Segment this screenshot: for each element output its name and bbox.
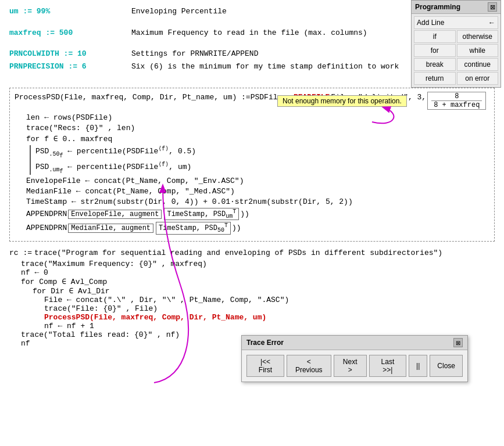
- prncolwidth-label: PRNCOLWIDTH := 10: [9, 48, 131, 60]
- trace-file-line: trace("File: {0}" , File): [9, 304, 495, 313]
- programming-panel-title: Programming: [415, 3, 460, 11]
- prnprecision-desc: Six (6) is the minimum for my time stamp…: [131, 61, 399, 73]
- for-f-line: for f ∈ 0.. maxfreq: [26, 134, 489, 143]
- psdum-line: PSD.umf ← percentile(PSDFile⟨f⟩, um): [35, 161, 489, 175]
- for-dir-line: for Dir ∈ Avl_Dir: [9, 286, 495, 296]
- continue-item[interactable]: continue: [457, 58, 499, 71]
- function-header: ProcessPSD(File, maxfreq, Comp, Dir, Pt_…: [15, 93, 489, 110]
- bracket-block: PSD.50f ← percentile(PSDFile⟨f⟩, 0.5) PS…: [30, 145, 489, 175]
- appendprn1-line: APPENDPRN EnvelopeFile, augment TimeStam…: [26, 208, 489, 220]
- trace-pause-button[interactable]: ||: [409, 355, 427, 377]
- function-block: ProcessPSD(File, maxfreq, Comp, Dir, Pt_…: [9, 88, 495, 242]
- maxfreq-label: maxfreq := 500: [9, 27, 131, 39]
- trace-last-button[interactable]: Last >>|: [369, 355, 406, 377]
- um-code: um := 99%: [9, 7, 50, 16]
- trace-recs-line: trace("Recs: {0}" , len): [26, 124, 489, 132]
- len-line: len ← rows(PSDFile): [26, 113, 489, 122]
- programming-panel-header: Programming ⊠: [412, 1, 501, 14]
- trace-error-dialog: Trace Error ⊠ |<< First < Previous Next …: [241, 335, 468, 382]
- trace-max-line: trace("Maximum Frequency: {0}" , maxfreq…: [9, 260, 495, 268]
- rc-label: rc :=: [9, 247, 32, 259]
- process-call-line: ProcessPSD(File, maxfreq, Comp, Dir, Pt_…: [9, 313, 495, 322]
- for-comp-line: for Comp ∈ Avl_Comp: [9, 277, 495, 286]
- bottom-code: rc := trace("Program for sequential read…: [9, 247, 495, 348]
- um-label: um := 99%: [9, 6, 131, 17]
- otherwise-item[interactable]: otherwise: [457, 30, 499, 43]
- programming-close-button[interactable]: ⊠: [488, 2, 497, 12]
- trace-dialog-close-button[interactable]: ⊠: [453, 338, 463, 347]
- trace-first-button[interactable]: |<< First: [246, 355, 284, 377]
- break-item[interactable]: break: [414, 58, 456, 71]
- prncolwidth-code: PRNCOLWIDTH := 10: [9, 49, 87, 58]
- readfile-box-top: 8: [431, 92, 482, 101]
- return-item[interactable]: return: [414, 72, 456, 85]
- function-body: len ← rows(PSDFile) trace("Recs: {0}" , …: [15, 113, 489, 235]
- error-bubble: Not enough memory for this operation.: [277, 95, 407, 107]
- trace-dialog-title: Trace Error: [246, 339, 284, 347]
- programming-panel-grid: Add Line ← if otherwise for while break …: [412, 14, 501, 87]
- function-signature: ProcessPSD(File, maxfreq, Comp, Dir, Pt_…: [15, 93, 251, 102]
- while-item[interactable]: while: [457, 44, 499, 57]
- rc-trace: trace("Program for sequential reading an…: [32, 247, 442, 259]
- trace-dialog-header: Trace Error ⊠: [242, 336, 467, 350]
- trace-previous-button[interactable]: < Previous: [287, 355, 331, 377]
- timestamp-line: TimeStamp ← str2num(substr(Dir, 0, 4)) +…: [26, 197, 489, 206]
- psdum-sub: .umf: [49, 167, 63, 173]
- process-call-text: ProcessPSD(File, maxfreq, Comp, Dir, Pt_…: [44, 313, 266, 322]
- readfile-bracket-box: 8 8 + maxfreq: [427, 92, 486, 110]
- trace-next-button[interactable]: Next >: [334, 355, 367, 377]
- trace-close-button[interactable]: Close: [430, 355, 463, 377]
- add-line-item[interactable]: Add Line ←: [414, 16, 498, 29]
- for-item[interactable]: for: [414, 44, 456, 57]
- prnprecision-code: PRNPRECISION := 6: [9, 62, 87, 71]
- prncolwidth-desc: Settings for PRNWRITE/APPEND: [131, 48, 258, 60]
- maxfreq-desc: Maximum Frequency to read in the file (m…: [131, 27, 367, 39]
- prnprecision-label: PRNPRECISION := 6: [9, 61, 131, 73]
- nf-inc-line: nf ← nf + 1: [9, 322, 495, 330]
- if-item[interactable]: if: [414, 30, 456, 43]
- file-concat-line: File ← concat(".\" , Dir, "\" , Pt_Name,…: [9, 296, 495, 304]
- readfile-box-bottom: 8 + maxfreq: [431, 101, 482, 109]
- envelope-file-line: EnvelopeFile ← concat(Pt_Name, Comp, "_E…: [26, 177, 489, 185]
- appendprn2-line: APPENDPRN MedianFile, augment TimeStamp,…: [26, 222, 489, 234]
- trace-dialog-buttons: |<< First < Previous Next > Last >>| || …: [242, 350, 467, 382]
- um-desc: Enveloping Percentile: [131, 6, 227, 17]
- rc-line: rc := trace("Program for sequential read…: [9, 247, 495, 259]
- psd50-line: PSD.50f ← percentile(PSDFile⟨f⟩, 0.5): [35, 145, 489, 159]
- median-file-line: MedianFile ← concat(Pt_Name, Comp, "_Med…: [26, 187, 489, 196]
- psd50-sub: .50f: [49, 151, 63, 157]
- on-error-item[interactable]: on error: [457, 72, 499, 85]
- nf-init-line: nf ← 0: [9, 268, 495, 277]
- programming-panel: Programming ⊠ Add Line ← if otherwise fo…: [411, 0, 501, 88]
- maxfreq-code: maxfreq := 500: [9, 28, 73, 37]
